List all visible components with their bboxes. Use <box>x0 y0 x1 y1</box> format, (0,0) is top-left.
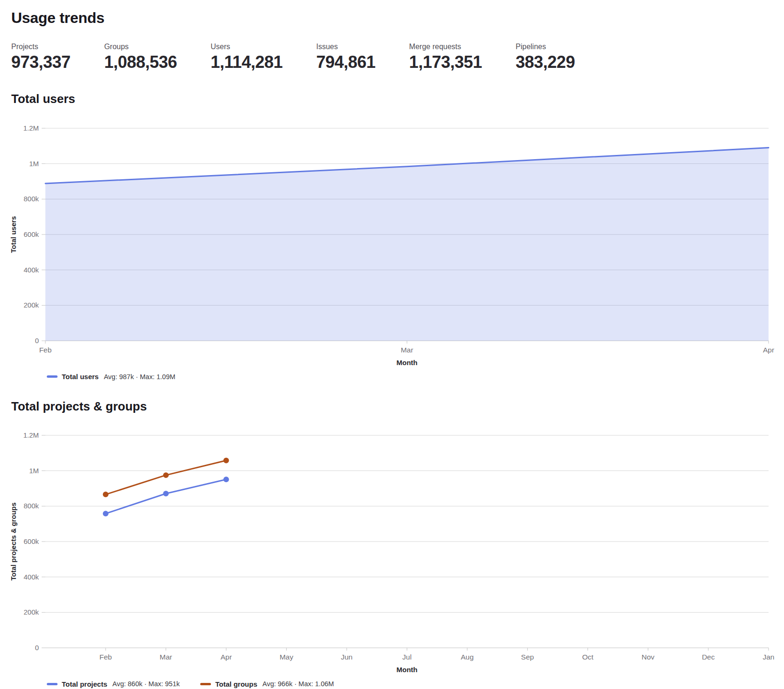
legend-item: Total projectsAvg: 860k · Max: 951k <box>47 680 180 688</box>
y-axis-tick-label: 600k <box>23 537 39 545</box>
legend-series-name: Total users <box>62 373 99 381</box>
data-point[interactable] <box>224 458 229 463</box>
x-axis-tick-label: Apr <box>763 346 774 354</box>
x-axis-tick-label: Nov <box>642 653 655 661</box>
page-title: Usage trends <box>11 8 773 27</box>
y-axis-tick-label: 1.2M <box>23 124 39 132</box>
x-axis-tick-label: Feb <box>99 653 112 661</box>
stat-merge-requests: Merge requests 1,173,351 <box>409 41 482 72</box>
legend-series-dash-icon <box>200 683 211 685</box>
stat-projects: Projects 973,337 <box>11 41 71 72</box>
stat-value: 383,229 <box>515 52 575 72</box>
stat-label: Projects <box>11 41 71 52</box>
x-axis-tick-label: Oct <box>582 653 594 661</box>
legend-series-stats: Avg: 966k · Max: 1.06M <box>262 680 334 688</box>
legend-item: Total groupsAvg: 966k · Max: 1.06M <box>200 680 334 688</box>
x-axis-tick-label: Feb <box>39 346 52 354</box>
stat-value: 1,114,281 <box>211 52 283 72</box>
legend-series-name: Total groups <box>215 680 257 688</box>
y-axis-tick-label: 0 <box>35 644 39 652</box>
x-axis-tick-label: Jan <box>763 653 775 661</box>
legend-series-dash-icon <box>47 683 58 685</box>
stat-label: Users <box>211 41 283 52</box>
y-axis-tick-label: 1M <box>29 160 39 168</box>
data-point[interactable] <box>163 491 169 497</box>
x-axis-tick-label: Jun <box>341 653 353 661</box>
section-title-total-projects-groups: Total projects & groups <box>11 399 773 414</box>
x-axis-tick-label: May <box>280 653 294 661</box>
y-axis-tick-label: 400k <box>23 573 39 581</box>
total-projects-groups-chart-legend: Total projectsAvg: 860k · Max: 951kTotal… <box>47 679 784 689</box>
x-axis-tick-label: Apr <box>220 653 232 661</box>
section-title-total-users: Total users <box>11 91 773 107</box>
stat-issues: Issues 794,861 <box>316 41 376 72</box>
stat-label: Issues <box>316 41 376 52</box>
x-axis-tick-label: Dec <box>702 653 715 661</box>
x-axis-tick-label: Mar <box>401 346 414 354</box>
stat-value: 1,173,351 <box>409 52 482 72</box>
stat-label: Pipelines <box>515 41 575 52</box>
x-axis-tick-label: Aug <box>461 653 474 661</box>
x-axis-tick-label: Mar <box>160 653 172 661</box>
total-projects-groups-chart[interactable]: 0200k400k600k800k1M1.2MFebMarAprMayJunJu… <box>0 418 784 677</box>
legend-series-dash-icon <box>47 375 58 378</box>
y-axis-tick-label: 1.2M <box>23 431 39 439</box>
y-axis-tick-label: 400k <box>23 266 39 274</box>
stat-groups: Groups 1,088,536 <box>104 41 177 72</box>
data-point[interactable] <box>224 477 229 483</box>
stat-label: Merge requests <box>409 41 482 52</box>
x-axis-tick-label: Sep <box>521 653 534 661</box>
y-axis-tick-label: 800k <box>23 195 39 203</box>
data-point[interactable] <box>163 473 169 478</box>
stat-users: Users 1,114,281 <box>211 41 283 72</box>
legend-item: Total usersAvg: 987k · Max: 1.09M <box>47 373 175 381</box>
y-axis-tick-label: 800k <box>23 502 39 510</box>
y-axis-title: Total users <box>9 216 17 253</box>
total-users-chart[interactable]: 0200k400k600k800k1M1.2MFebMarAprMonthTot… <box>0 111 784 370</box>
x-axis-tick-label: Jul <box>402 653 412 661</box>
legend-series-name: Total projects <box>62 680 107 688</box>
legend-series-stats: Avg: 860k · Max: 951k <box>112 680 180 688</box>
data-point[interactable] <box>103 511 109 517</box>
stat-pipelines: Pipelines 383,229 <box>515 41 575 72</box>
legend-series-stats: Avg: 987k · Max: 1.09M <box>104 373 175 381</box>
y-axis-tick-label: 200k <box>23 301 39 309</box>
y-axis-tick-label: 0 <box>35 337 39 344</box>
stat-value: 1,088,536 <box>104 52 177 72</box>
y-axis-tick-label: 200k <box>23 608 39 616</box>
x-axis-title: Month <box>397 359 418 366</box>
stat-value: 973,337 <box>11 52 71 72</box>
data-point[interactable] <box>103 492 109 498</box>
y-axis-title: Total projects & groups <box>9 503 17 581</box>
series-line-0 <box>106 480 226 514</box>
stat-value: 794,861 <box>316 52 376 72</box>
y-axis-tick-label: 1M <box>29 467 39 475</box>
y-axis-tick-label: 600k <box>23 230 39 238</box>
stat-label: Groups <box>104 41 177 52</box>
usage-stats-row: Projects 973,337 Groups 1,088,536 Users … <box>11 41 773 72</box>
series-area-fill <box>45 148 769 341</box>
total-users-chart-legend: Total usersAvg: 987k · Max: 1.09M <box>47 372 784 382</box>
x-axis-title: Month <box>397 666 418 674</box>
